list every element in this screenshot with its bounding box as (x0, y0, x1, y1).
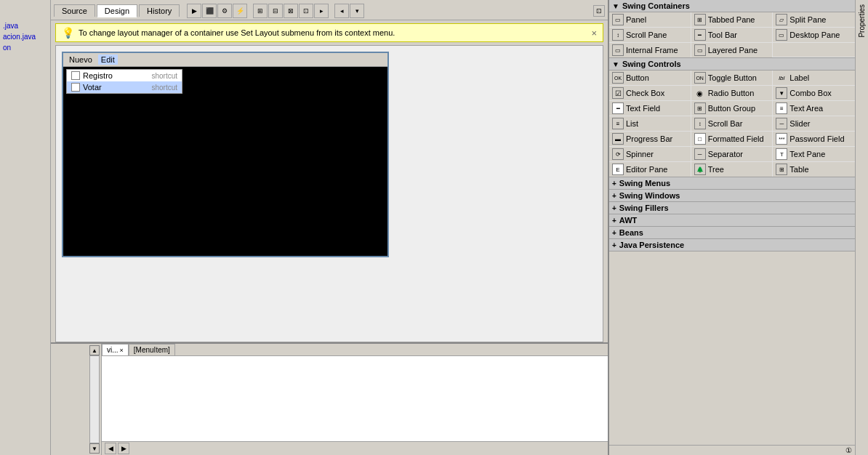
dropdown-item-votar[interactable]: Votar shortcut (67, 81, 182, 93)
dropdown-label-votar: Votar (83, 83, 102, 92)
component-layered-pane[interactable]: ▭ Layered Pane (691, 43, 773, 57)
component-desktop-pane[interactable]: ▭ Desktop Pane (773, 28, 855, 43)
component-spinner[interactable]: ⟳ Spinner (609, 147, 691, 162)
bottom-scroll-down[interactable]: ▼ (89, 443, 100, 454)
toolbar-icon-11[interactable]: ▾ (350, 4, 364, 18)
component-text-area[interactable]: ≡ Text Area (773, 101, 855, 116)
swing-controls-toggle: ▼ (612, 60, 619, 68)
swing-containers-header[interactable]: ▼ Swing Containers (609, 0, 855, 12)
table-label: Table (789, 165, 808, 174)
component-tool-bar[interactable]: ━ Tool Bar (691, 28, 773, 43)
component-text-pane[interactable]: T Text Pane (773, 147, 855, 162)
swing-controls-grid: OK Button ON Toggle Button lbl Label ☑ C… (609, 71, 855, 177)
nav-prev-button[interactable]: ◀ (105, 443, 116, 454)
component-check-box[interactable]: ☑ Check Box (609, 86, 691, 101)
bottom-scroll-up[interactable]: ▲ (89, 345, 100, 355)
bottom-tab-menuitem[interactable]: [MenuItem] (129, 344, 175, 355)
tab-history[interactable]: History (139, 4, 180, 17)
menu-edit[interactable]: Edit (98, 55, 118, 65)
properties-tab[interactable]: Properties (856, 0, 867, 42)
tab-design[interactable]: Design (97, 4, 137, 17)
swing-menus-section[interactable]: + Swing Menus (609, 177, 855, 190)
awt-label: AWT (619, 216, 637, 225)
slider-icon: ─ (776, 118, 787, 129)
sidebar-item-java[interactable]: .java (0, 20, 50, 31)
menu-nuevo[interactable]: Nuevo (66, 55, 95, 65)
toolbar-icon-6[interactable]: ⊟ (268, 4, 283, 18)
toolbar-icon-4[interactable]: ⚡ (233, 4, 247, 18)
component-label[interactable]: lbl Label (773, 71, 855, 86)
toolbar-icon-10[interactable]: ◂ (334, 4, 349, 18)
slider-label: Slider (789, 119, 810, 128)
beans-label: Beans (619, 228, 643, 237)
component-password-field[interactable]: *** Password Field (773, 132, 855, 147)
info-message: To change layout manager of a container … (79, 28, 395, 37)
tree-icon: 🌲 (694, 164, 706, 175)
password-field-icon: *** (776, 133, 787, 145)
component-toggle-button[interactable]: ON Toggle Button (691, 71, 773, 86)
component-button[interactable]: OK Button (609, 71, 691, 86)
toolbar-icon-7[interactable]: ⊠ (284, 4, 298, 18)
component-list[interactable]: ≡ List (609, 116, 691, 132)
component-scroll-pane[interactable]: ↕ Scroll Pane (609, 28, 691, 43)
swing-containers-section: ▼ Swing Containers ▭ Panel ⊞ Tabbed Pane… (609, 0, 855, 58)
component-progress-bar[interactable]: ▬ Progress Bar (609, 132, 691, 147)
toolbar-icon-3[interactable]: ⚙ (217, 4, 232, 18)
collapsed-sections: + Swing Menus + Swing Windows + Swing Fi… (609, 177, 855, 445)
swing-controls-header[interactable]: ▼ Swing Controls (609, 58, 855, 71)
nav-next-button[interactable]: ▶ (118, 443, 129, 454)
expand-button[interactable]: ⊡ (593, 5, 605, 17)
toolbar-icon-5[interactable]: ⊞ (253, 4, 268, 18)
sidebar-item-acion[interactable]: acion.java (0, 31, 50, 42)
toolbar-icon-9[interactable]: ▸ (314, 4, 329, 18)
right-edge: Properties (855, 0, 868, 455)
tab-source[interactable]: Source (54, 4, 95, 17)
component-text-field[interactable]: ━ Text Field (609, 101, 691, 116)
dropdown-item-registro[interactable]: Registro shortcut (67, 70, 182, 81)
component-table[interactable]: ⊞ Table (773, 162, 855, 177)
component-editor-pane[interactable]: E Editor Pane (609, 162, 691, 177)
dropdown-shortcut-votar: shortcut (151, 84, 177, 92)
component-split-pane[interactable]: ▱ Split Pane (773, 12, 855, 28)
swing-fillers-section[interactable]: + Swing Fillers (609, 202, 855, 214)
beans-section[interactable]: + Beans (609, 227, 855, 239)
component-tabbed-pane[interactable]: ⊞ Tabbed Pane (691, 12, 773, 28)
component-scroll-bar[interactable]: ↕ Scroll Bar (691, 116, 773, 132)
bottom-tab-menuitem-label: [MenuItem] (134, 346, 170, 354)
component-separator[interactable]: ─ Separator (691, 147, 773, 162)
component-panel[interactable]: ▭ Panel (609, 12, 691, 28)
component-combo-box[interactable]: ▼ Combo Box (773, 86, 855, 101)
component-internal-frame[interactable]: ▭ Internal Frame (609, 43, 691, 57)
awt-section[interactable]: + AWT (609, 214, 855, 227)
formatted-field-icon: □ (694, 133, 706, 145)
separator-icon: ─ (694, 148, 706, 160)
toolbar-icon-1[interactable]: ▶ (187, 4, 201, 18)
form-container: Nuevo Edit Registro shortcut Votar short… (62, 52, 389, 257)
component-radio-button[interactable]: ◉ Radio Button (691, 86, 773, 101)
awt-toggle: + (612, 217, 616, 225)
component-formatted-field[interactable]: □ Formatted Field (691, 132, 773, 147)
button-group-label: Button Group (708, 104, 755, 113)
label-icon: lbl (776, 72, 787, 84)
swing-containers-title: Swing Containers (622, 1, 690, 10)
bottom-tab-vi-close[interactable]: × (120, 347, 124, 354)
info-close-button[interactable]: × (591, 28, 597, 39)
button-label: Button (626, 73, 649, 82)
radio-button-label: Radio Button (708, 89, 755, 97)
swing-windows-section[interactable]: + Swing Windows (609, 190, 855, 202)
java-persistence-section[interactable]: + Java Persistence (609, 239, 855, 251)
table-icon: ⊞ (776, 164, 787, 175)
component-tree[interactable]: 🌲 Tree (691, 162, 773, 177)
sidebar-item-on[interactable]: on (0, 42, 50, 53)
toolbar-icon-8[interactable]: ⊡ (299, 4, 313, 18)
right-status-bar: ① (609, 445, 855, 455)
spinner-icon: ⟳ (612, 148, 624, 160)
component-button-group[interactable]: ⊞ Button Group (691, 101, 773, 116)
text-area-label: Text Area (789, 104, 823, 113)
bottom-tab-vi[interactable]: vi... × (102, 344, 129, 355)
desktop-pane-icon: ▭ (776, 29, 787, 41)
component-slider[interactable]: ─ Slider (773, 116, 855, 132)
list-icon: ≡ (612, 118, 624, 129)
left-sidebar: .java acion.java on (0, 0, 51, 455)
toolbar-icon-2[interactable]: ⬛ (202, 4, 217, 18)
